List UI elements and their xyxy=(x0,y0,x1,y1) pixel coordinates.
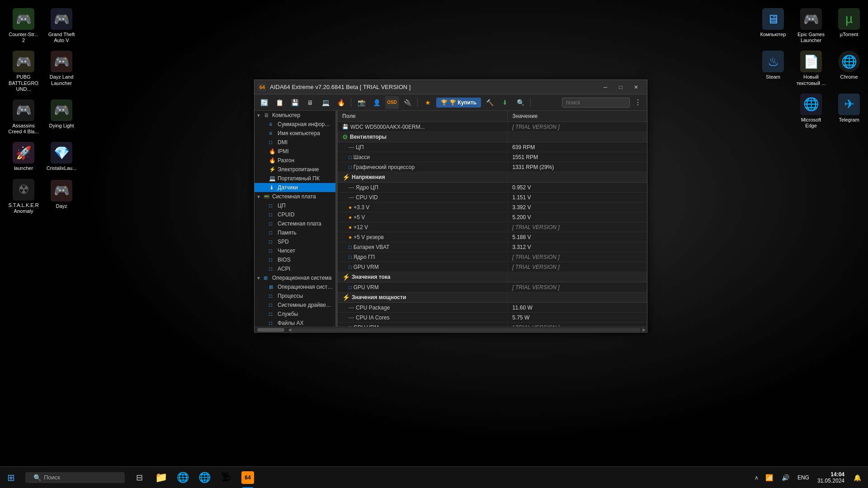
hscroll-thumb[interactable] xyxy=(257,328,284,332)
tree-item-sensors[interactable]: 🌡 Датчики xyxy=(255,183,335,192)
data-row-chassis-fan[interactable]: □ Шасси 1551 RPM xyxy=(338,152,647,162)
toolbar-download[interactable]: ⬇ xyxy=(498,96,512,109)
tree-item-overclock[interactable]: 🔥 Разгон xyxy=(255,156,335,165)
tree-item-hostname[interactable]: ≡ Имя компьютера xyxy=(255,129,335,138)
toolbar-laptop[interactable]: 💻 xyxy=(319,96,332,109)
hscroll-track[interactable] xyxy=(292,328,641,332)
toolbar-hammer[interactable]: 🔨 xyxy=(483,96,496,109)
tree-item-drivers[interactable]: □ Системные драйвери... xyxy=(255,300,335,310)
minimize-button[interactable]: ─ xyxy=(598,81,613,94)
maximize-button[interactable]: □ xyxy=(613,81,628,94)
tree-item-mb[interactable]: □ Системная плата xyxy=(255,219,335,228)
tree-item-bios[interactable]: □ BIOS xyxy=(255,255,335,264)
desktop-icon-dyinglight[interactable]: 🎮 Dying Light xyxy=(43,97,80,137)
toolbar-star[interactable]: ★ xyxy=(421,96,434,109)
desktop-icon-launcher[interactable]: 🚀 launcher xyxy=(5,139,42,174)
tree-item-acpi[interactable]: □ ACPI xyxy=(255,264,335,273)
desktop-icons-left: 🎮 Counter-Str... 2 🎮 Grand Theft Auto V … xyxy=(0,0,99,222)
toolbar-system[interactable]: 🖥 xyxy=(303,96,317,109)
taskbar-item-explorer[interactable]: 📁 xyxy=(150,467,172,488)
tree-item-summary[interactable]: ≡ Суммарная информа... xyxy=(255,120,335,129)
data-row-gpu-core[interactable]: □ Ядро ГП [ TRIAL VERSION ] xyxy=(338,252,647,262)
tree-item-os-group[interactable]: ▼ ⊞ Операционная система xyxy=(255,273,335,282)
tree-item-power[interactable]: ⚡ Электропитание xyxy=(255,165,335,174)
taskbar: ⊞ 🔍 Поиск ⊟ 📁 🌐 🌐 🗜 64 xyxy=(0,466,868,488)
data-row-gpu-vrm-w[interactable]: □ GPU VRM [ TRIAL VERSION ] xyxy=(338,323,647,327)
desktop-icon-telegram[interactable]: ✈ Telegram xyxy=(831,91,867,131)
taskbar-item-chrome2[interactable]: 🌐 xyxy=(193,467,215,488)
data-row-5v[interactable]: ● +5 V 5.200 V xyxy=(338,212,647,222)
gpu-vrm-a-icon: □ xyxy=(349,285,352,290)
tree-item-ipmi[interactable]: 🔥 IPMI xyxy=(255,147,335,156)
systray-expand[interactable]: ∧ xyxy=(753,474,760,481)
taskbar-clock[interactable]: 14:04 31.05.2024 xyxy=(814,471,848,484)
window-scrollbar[interactable]: ◀ ▶ xyxy=(255,327,647,332)
tree-item-cpuid[interactable]: □ CPUID xyxy=(255,210,335,219)
tree-item-laptop[interactable]: 💻 Портативный ПК xyxy=(255,174,335,183)
desktop-icon-computer[interactable]: 🖥 Компьютер xyxy=(755,5,791,46)
desktop-icon-dayz[interactable]: 🎮 Dayz Land Launcher xyxy=(43,48,80,95)
data-row-cpu-fan[interactable]: — ЦП 639 RPM xyxy=(338,142,647,152)
data-row-gpu-fan[interactable]: □ Графический процессор 1331 RPM (29%) xyxy=(338,162,647,172)
toolbar-report[interactable]: 📋 xyxy=(273,96,286,109)
tree-item-spd[interactable]: □ SPD xyxy=(255,237,335,246)
tree-item-motherboard-group[interactable]: ▼ 📟 Системная плата xyxy=(255,192,335,201)
toolbar-screenshot[interactable]: 📸 xyxy=(354,96,368,109)
task-view-button[interactable]: ⊟ xyxy=(128,467,150,488)
data-row-cpu-package[interactable]: — CPU Package 11.60 W xyxy=(338,303,647,313)
data-row-vbat[interactable]: □ Батарея VBAT 3.312 V xyxy=(338,242,647,252)
desktop-icon-gta5[interactable]: 🎮 Grand Theft Auto V xyxy=(43,5,80,46)
tree-item-dmi[interactable]: □ DMI xyxy=(255,138,335,147)
toolbar-refresh[interactable]: 🔄 xyxy=(257,96,271,109)
start-button[interactable]: ⊞ xyxy=(0,467,22,488)
data-row-cpu-core-v[interactable]: — Ядро ЦП 0.952 V xyxy=(338,183,647,192)
data-row-cpu-vid[interactable]: — CPU VID 1.151 V xyxy=(338,192,647,202)
tree-item-memory[interactable]: □ Память xyxy=(255,228,335,237)
notification-icon[interactable]: 🔔 xyxy=(850,470,864,485)
toolbar-user[interactable]: 👤 xyxy=(370,96,383,109)
tree-item-computer[interactable]: ▼ 🖥 Компьютер xyxy=(255,111,335,120)
desktop-icon-utorrent[interactable]: µ µTorrent xyxy=(831,5,867,46)
close-button[interactable]: ✕ xyxy=(629,81,643,94)
desktop-icon-pubg[interactable]: 🎮 PUBG BATTLEGROUND... xyxy=(5,48,42,95)
volume-icon[interactable]: 🔊 xyxy=(778,470,793,485)
desktop-icon-notepad[interactable]: 📄 Новый текстовый ... xyxy=(793,48,829,89)
tree-item-cpu[interactable]: □ ЦП xyxy=(255,201,335,210)
data-row-gpu-vrm-a[interactable]: □ GPU VRM [ TRIAL VERSION ] xyxy=(338,282,647,292)
desktop-icon-edge[interactable]: 🌐 Microsoft Edge xyxy=(793,91,829,131)
desktop-icon-steam[interactable]: ♨ Steam xyxy=(755,48,791,89)
tree-item-services[interactable]: □ Службы xyxy=(255,310,335,319)
data-row-5v-res[interactable]: ● +5 V резерв 5.188 V xyxy=(338,232,647,242)
data-row-12v[interactable]: ● +12 V [ TRIAL VERSION ] xyxy=(338,222,647,232)
desktop-icon-dayz2[interactable]: 🎮 Dayz xyxy=(43,177,80,217)
desktop-icon-stalker[interactable]: ☢ S.T.A.L.K.E.R Anomaly xyxy=(5,176,42,217)
toolbar-tools[interactable]: 🔌 xyxy=(401,96,414,109)
data-row-gpu-vrm-v[interactable]: □ GPU VRM [ TRIAL VERSION ] xyxy=(338,262,647,272)
toolbar-search-btn[interactable]: 🔍 xyxy=(514,96,527,109)
data-row-cpu-ia-cores[interactable]: — CPU IA Cores 5.75 W xyxy=(338,313,647,323)
desktop-icon-assassins[interactable]: 🎮 Assassins Creed 4 Bla... xyxy=(5,97,42,137)
taskbar-item-chrome1[interactable]: 🌐 xyxy=(172,467,193,488)
tree-item-processes[interactable]: □ Процессы xyxy=(255,291,335,300)
buy-button[interactable]: 🏆 🏆 Купить xyxy=(436,98,481,108)
data-row-3v3[interactable]: ● +3.3 V 3.392 V xyxy=(338,202,647,212)
toolbar-osd[interactable]: OSD xyxy=(385,96,399,109)
toolbar-search-input[interactable] xyxy=(562,98,630,108)
taskbar-item-archive[interactable]: 🗜 xyxy=(215,467,237,488)
language-indicator[interactable]: ENG xyxy=(795,474,812,481)
tree-item-os[interactable]: ⊞ Операционная систе... xyxy=(255,282,335,291)
taskbar-item-aida[interactable]: 64 xyxy=(237,467,259,488)
toolbar-save[interactable]: 💾 xyxy=(288,96,302,109)
desktop-icon-cs2[interactable]: 🎮 Counter-Str... 2 xyxy=(5,5,42,46)
network-icon[interactable]: 📶 xyxy=(762,470,777,485)
toolbar-flame[interactable]: 🔥 xyxy=(334,96,348,109)
toolbar-more-btn[interactable]: ⋮ xyxy=(632,96,644,109)
tree-item-chipset[interactable]: □ Чипсет xyxy=(255,246,335,255)
data-row-hdd[interactable]: 💾 WDC WD5000AAKX-00ERM... [ TRIAL VERSIO… xyxy=(338,122,647,132)
desktop-icon-cristalix[interactable]: 💎 CristalixLau... xyxy=(43,139,80,174)
taskbar-search[interactable]: 🔍 Поиск xyxy=(25,472,125,483)
desktop-icon-chrome[interactable]: 🌐 Chrome xyxy=(831,48,867,89)
gpu-core-v-field: Ядро ГП xyxy=(354,254,375,260)
tree-item-ax[interactable]: □ Файлы AX xyxy=(255,319,335,327)
desktop-icon-epicgames[interactable]: 🎮 Epic Games Launcher xyxy=(793,5,829,46)
